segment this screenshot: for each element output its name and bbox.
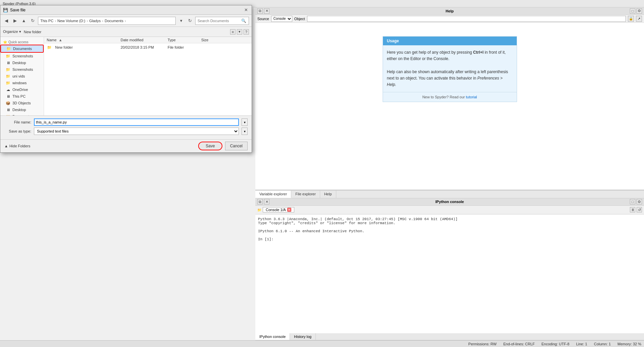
univids-icon: 📁: [6, 74, 10, 79]
tab-file-explorer[interactable]: File explorer: [291, 191, 320, 198]
tab-variable-explorer[interactable]: Variable explorer: [255, 191, 291, 198]
nav-item-documents-pc[interactable]: 📁 Documents: [0, 113, 44, 115]
table-row[interactable]: 📁 New folder 20/02/2018 3:15 PM File fol…: [44, 43, 252, 51]
desktop-pc-icon: 🖥: [6, 107, 10, 112]
breadcrumb-documents[interactable]: Documents: [105, 19, 124, 23]
console-line-6: In [1]:: [258, 237, 641, 241]
nav-item-thispc[interactable]: 🖥 This PC: [0, 93, 44, 100]
nav-item-documents[interactable]: 📁 Documents: [0, 45, 44, 53]
nav-item-univids[interactable]: 📁 uni vids: [0, 73, 44, 80]
view-mode-btn[interactable]: ≡: [230, 29, 235, 35]
nav-item-screenshots-quick[interactable]: 📁 Screenshots: [0, 53, 44, 59]
lock-btn[interactable]: 🔒: [628, 16, 634, 22]
tutorial-link[interactable]: tutorial: [466, 95, 477, 99]
status-line: Line: 1: [576, 342, 587, 346]
help-panel-titlebar: ⧉ ✕ Help □ ⚙: [255, 7, 644, 15]
status-eol: End-of-lines: CRLF: [503, 342, 535, 346]
console-left-controls: ⧉ ✕: [257, 199, 269, 204]
refresh-button[interactable]: ↻: [29, 17, 36, 24]
breadcrumb-dropdown-btn[interactable]: ▾: [178, 17, 184, 24]
toolbar-right: ≡ ▾ ?: [230, 29, 249, 35]
console-area: Variable explorer File explorer Help ⧉ ✕…: [255, 191, 644, 340]
savetype-dropdown-btn[interactable]: ▾: [242, 128, 248, 135]
console-tab[interactable]: Console 1/A ✕: [263, 207, 294, 212]
col-name-header[interactable]: Name ▲: [47, 38, 121, 42]
status-permissions: Permissions: RW: [468, 342, 497, 346]
panel-maximize-btn[interactable]: □: [630, 8, 635, 14]
tab-history-log[interactable]: History log: [290, 333, 316, 340]
object-input[interactable]: [307, 16, 626, 22]
nav-item-screenshots-quick-label: Screenshots: [12, 54, 33, 58]
forward-button[interactable]: ▶: [12, 17, 18, 24]
search-input[interactable]: [198, 19, 241, 23]
source-select[interactable]: Console Editor: [271, 16, 292, 22]
usage-box: Usage Here you can get help of any objec…: [383, 36, 517, 102]
console-float-btn[interactable]: ⧉: [257, 199, 263, 204]
status-memory: Memory: 32 %: [617, 342, 641, 346]
screenshots-icon: 📁: [6, 67, 10, 72]
save-file-dialog: 💾 Save file ✕ ◀ ▶ ▲ ↻ This PC › New Volu…: [0, 5, 252, 153]
up-button[interactable]: ▲: [20, 17, 27, 24]
nav-item-3dobjects[interactable]: 📦 3D Objects: [0, 100, 44, 106]
col-name-text: Name: [47, 38, 56, 42]
quick-access-icon: ⭐: [3, 40, 7, 44]
file-name-text: New folder: [55, 45, 73, 49]
savetype-label: Save as type:: [4, 129, 31, 133]
external-link-btn[interactable]: ↗: [636, 16, 642, 22]
onedrive-icon: ☁: [6, 87, 10, 92]
nav-item-windows[interactable]: 📁 windows: [0, 80, 44, 86]
console-tab-close[interactable]: ✕: [287, 208, 291, 212]
panel-right-controls: □ ⚙: [630, 8, 642, 14]
statusbar: Permissions: RW End-of-lines: CRLF Encod…: [0, 340, 644, 347]
tab-ipython-console[interactable]: IPython console: [255, 333, 290, 340]
breadcrumb-drive[interactable]: New Volume (D:): [57, 19, 85, 23]
filename-input[interactable]: [34, 118, 239, 126]
breadcrumb-refresh-btn[interactable]: ↻: [186, 17, 193, 24]
dialog-close-button[interactable]: ✕: [243, 7, 249, 13]
nav-item-desktop-pc[interactable]: 🖥 Desktop: [0, 106, 44, 113]
panel-settings-btn[interactable]: ⚙: [637, 8, 642, 14]
file-date-cell: 20/02/2018 3:15 PM: [121, 45, 168, 49]
nav-item-desktop[interactable]: 🖥 Desktop: [0, 59, 44, 66]
console-interrupt-btn[interactable]: ⏸: [630, 207, 635, 212]
filename-label: File name:: [4, 120, 31, 124]
back-button[interactable]: ◀: [3, 17, 10, 24]
help-btn[interactable]: ?: [244, 29, 249, 35]
nav-item-screenshots[interactable]: 📁 Screenshots: [0, 66, 44, 73]
save-button[interactable]: Save: [198, 142, 222, 150]
console-close-btn[interactable]: ✕: [264, 199, 269, 204]
view-dropdown-btn[interactable]: ▾: [237, 29, 242, 35]
panel-float-btn[interactable]: ⧉: [257, 8, 263, 14]
breadcrumb-thispc[interactable]: This PC: [40, 19, 53, 23]
hide-folders-button[interactable]: ▲ Hide Folders: [4, 144, 30, 148]
col-date-header[interactable]: Date modified: [121, 38, 168, 42]
tab-help[interactable]: Help: [320, 191, 336, 198]
cancel-button[interactable]: Cancel: [225, 142, 248, 150]
nav-item-3dobjects-label: 3D Objects: [12, 101, 31, 105]
nav-item-onedrive[interactable]: ☁ OneDrive: [0, 86, 44, 93]
new-folder-button[interactable]: New folder: [24, 30, 42, 34]
col-size-header[interactable]: Size: [201, 38, 228, 42]
console-right-controls: □ ⚙: [630, 199, 642, 204]
filename-dropdown-btn[interactable]: ▾: [242, 118, 248, 126]
file-list-header: Name ▲ Date modified Type Size: [44, 37, 252, 43]
file-toolbar: Organize ▾ New folder ≡ ▾ ?: [0, 27, 252, 37]
console-restart-btn[interactable]: ↺: [637, 207, 642, 212]
console-maximize-btn[interactable]: □: [630, 199, 635, 204]
breadcrumb-user[interactable]: Gladys: [89, 19, 101, 23]
console-settings-btn[interactable]: ⚙: [637, 199, 642, 204]
nav-item-desktop-pc-label: Desktop: [12, 108, 26, 112]
sort-arrow: ▲: [57, 38, 62, 42]
nav-sidebar: ⭐ Quick access 📁 Documents 📁 Screenshots…: [0, 37, 44, 115]
status-column: Column: 1: [594, 342, 611, 346]
console-tab-label: Console 1/A: [266, 208, 286, 212]
console-line-1: Python 3.6.3 |Anaconda, Inc.| (default, …: [258, 217, 641, 221]
organize-button[interactable]: Organize ▾: [3, 30, 21, 34]
panel-close-btn[interactable]: ✕: [264, 8, 269, 14]
savetype-select[interactable]: Supported text files: [34, 128, 239, 135]
dialog-buttons: ▲ Hide Folders Save Cancel: [0, 139, 252, 152]
console-toolbar: 📁 Console 1/A ✕ ⏸ ↺: [255, 206, 644, 214]
col-type-header[interactable]: Type: [168, 38, 201, 42]
panel-left-controls: ⧉ ✕: [257, 8, 269, 14]
console-line-2: Type "copyright", "credits" or "license"…: [258, 221, 641, 225]
